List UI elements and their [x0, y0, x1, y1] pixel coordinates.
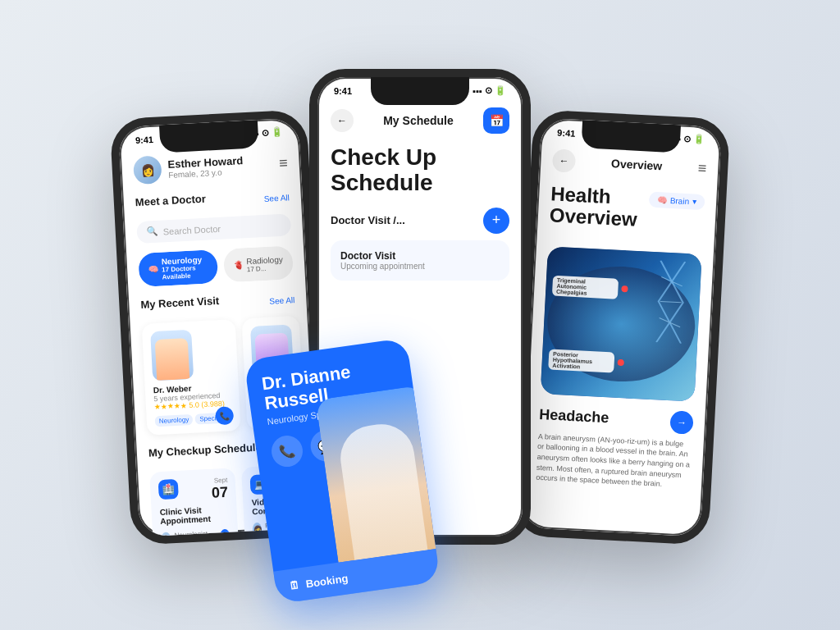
status-icons-1: ▪▪▪ ⊙ 🔋 [249, 127, 283, 139]
search-box[interactable]: 🔍 Search Doctor [136, 213, 291, 244]
back-btn-2[interactable]: ← [331, 109, 354, 132]
sched-doc-avatar-1: 👨 [161, 532, 171, 546]
checkup-title: My Checkup Schedule [148, 441, 262, 459]
recent-visit-title: My Recent Visit [140, 294, 220, 311]
ph2-title: My Schedule [383, 114, 454, 127]
booking-icon: 🗓 [288, 578, 300, 592]
brain-bg [541, 246, 702, 402]
schedule-card-1[interactable]: 🏥 Sept 07 Clinic Visit Appointment 👨 Neu… [149, 468, 240, 546]
meet-doctor-title: Meet a Doctor [135, 193, 206, 208]
user-header-1: 👩 Esther Howard Female, 23 y.o ≡ [133, 148, 289, 185]
svg-line-1 [660, 301, 682, 302]
time-1: 9:41 [135, 134, 154, 144]
specialty-tabs: 🧠 Neurology 17 Doctors Available 🫀 Radio… [138, 245, 294, 287]
annotation-2: Posterior Hypothalamus Activation [548, 349, 624, 373]
search-placeholder: Search Doctor [162, 223, 221, 236]
status-bar-2: 9:41 ▪▪▪ ⊙ 🔋 [317, 77, 523, 99]
main-title-2: Check Up Schedule [331, 145, 509, 196]
visit-card[interactable]: Doctor Visit Upcoming appointment [331, 240, 509, 281]
dr-photo-1 [150, 330, 194, 381]
see-all-doctors[interactable]: See All [263, 193, 290, 203]
add-btn[interactable]: + [483, 208, 509, 234]
dot-red-1 [621, 285, 628, 292]
ph2-header: ← My Schedule 📅 [331, 107, 509, 134]
sched-doc-avatar-2: 👩 [253, 523, 262, 538]
ph2-section-row: Doctor Visit /... + [331, 208, 509, 234]
tab-radiology[interactable]: 🫀 Radiology 17 D... [223, 245, 294, 282]
health-overview-title: Health Overview [549, 183, 649, 231]
sched-icon-1: 🏥 [158, 479, 179, 500]
visit-title: Doctor Visit [340, 250, 500, 262]
sched-doc-name-1: Neurologist Dr. Kevin [174, 529, 217, 545]
headache-section: Headache → A brain aneurysm (AN-yoo-riz-… [536, 404, 694, 491]
brain-dropdown[interactable]: 🧠 Brain ▾ [648, 192, 705, 211]
avatar-1: 👩 [133, 155, 162, 185]
headache-title: Headache [539, 406, 609, 427]
menu-icon-3[interactable]: ≡ [697, 159, 707, 177]
sched-doc-1: 👨 Neurologist Dr. Kevin 📞 [161, 529, 231, 546]
brain-section: Trigeminal Autonomic Chepalgias Posterio… [541, 246, 702, 402]
cal-btn[interactable]: 📅 [483, 107, 509, 134]
doctor-floating-card: Dr. Dianne Russell Neurology Specialist … [244, 338, 441, 605]
chevron-down-icon: ▾ [692, 197, 697, 206]
visit-sub: Upcoming appointment [340, 262, 500, 271]
ph3-title: Overview [611, 157, 663, 172]
booking-label: Booking [305, 572, 349, 590]
card-call-btn[interactable]: 📞 [270, 434, 305, 469]
sched-call-1[interactable]: 📞 [220, 529, 231, 545]
headache-desc: A brain aneurysm (AN-yoo-riz-um) is a bu… [536, 431, 692, 491]
annotation-1: Trigeminal Autonomic Chepalgias [552, 275, 628, 299]
time-3: 9:41 [557, 127, 576, 138]
menu-icon-1[interactable]: ≡ [279, 154, 289, 172]
dr-tag-1: Neurology [155, 414, 194, 427]
status-icons-3: ▪▪▪ ⊙ 🔋 [671, 133, 705, 145]
sched-day: 07 [211, 484, 228, 502]
dot-red-2 [618, 359, 624, 366]
meet-doctor-section: Meet a Doctor See All [135, 188, 290, 215]
headache-row: Headache → [539, 404, 694, 435]
user-info-1: Esther Howard Female, 23 y.o [167, 154, 244, 180]
recent-visit-section: My Recent Visit See All [140, 290, 295, 317]
sched-type-1: Clinic Visit Appointment [159, 504, 230, 526]
svg-line-0 [661, 276, 682, 285]
search-icon: 🔍 [146, 226, 158, 238]
ph3-header: ← Overview ≡ [552, 148, 707, 180]
brain-icon: 🧠 [657, 195, 668, 205]
back-btn-3[interactable]: ← [552, 148, 576, 172]
svg-line-2 [659, 317, 680, 326]
time-2: 9:41 [334, 86, 352, 96]
see-all-recent[interactable]: See All [269, 295, 295, 306]
visit-section-label: Doctor Visit /... [331, 214, 405, 226]
status-icons-2: ▪▪▪ ⊙ 🔋 [472, 85, 506, 96]
tab-neurology[interactable]: 🧠 Neurology 17 Doctors Available [138, 249, 218, 287]
brain-label: Brain [670, 196, 690, 206]
arrow-btn[interactable]: → [669, 410, 693, 434]
doctor-card-mini-1[interactable]: Dr. Weber 5 years experienced ★★★★★ 5.0 … [142, 319, 241, 436]
phone-3: 9:41 ▪▪▪ ⊙ 🔋 ← Overview ≡ Health Overvie… [512, 109, 731, 546]
